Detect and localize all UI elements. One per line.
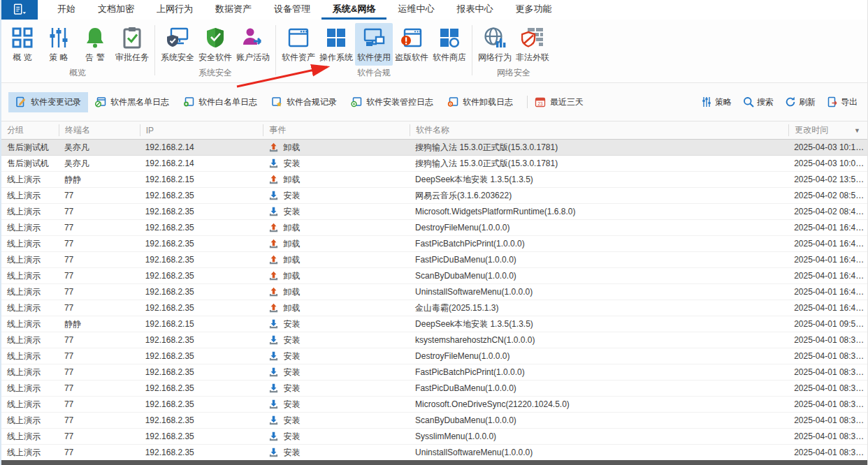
table-row[interactable]: 线上演示77192.168.2.35卸载UninstallSoftwareMen… (1, 284, 867, 300)
cell-terminal: 77 (59, 335, 140, 345)
table-row[interactable]: 线上演示77192.168.2.35卸载FastPicDuBaMenu(1.0.… (1, 252, 867, 268)
date-range-label: 最近三天 (550, 96, 584, 108)
cell-ip: 192.168.2.35 (140, 271, 263, 281)
app-menu-button[interactable] (1, 0, 38, 20)
table-row[interactable]: 线上演示77192.168.2.35卸载ScanByDubaMenu(1.0.0… (1, 268, 867, 284)
system-security-icon (166, 27, 189, 49)
cell-terminal: 77 (59, 383, 140, 393)
table-row[interactable]: 线上演示77192.168.2.35安装FastPicBatchPicPrint… (1, 364, 867, 381)
menu-item-2[interactable]: 上网行为 (145, 0, 204, 20)
menu-item-4[interactable]: 设备管理 (263, 0, 321, 20)
event-label: 安装 (283, 399, 300, 411)
cell-group: 售后测试机 (1, 158, 59, 170)
table-row[interactable]: 线上演示77192.168.2.35安装Microsoft.OneDriveSy… (1, 397, 867, 413)
menu-item-3[interactable]: 数据资产 (204, 0, 263, 20)
date-range-filter[interactable]: 23 最近三天 (535, 96, 584, 108)
menu-item-6[interactable]: 运维中心 (386, 0, 445, 20)
table-row[interactable]: 线上演示77192.168.2.35安装网易云音乐(3.1.6.203622)2… (1, 188, 867, 204)
table-row[interactable]: 线上演示77192.168.2.35卸载FastPicBatchPicPrint… (1, 236, 867, 252)
table-row[interactable]: 线上演示静静192.168.2.15卸载DeepSeek本地安装 1.3.5(1… (1, 172, 867, 188)
search-button[interactable]: 搜索 (743, 96, 774, 108)
ribbon-divider (154, 25, 155, 75)
cell-event: 卸载 (263, 142, 410, 154)
export-icon (827, 96, 838, 108)
table-row[interactable]: 线上演示77192.168.2.35安装FastPicDuBaMenu(1.0.… (1, 381, 867, 397)
ribbon-button-overview-grid[interactable]: 概 览 (4, 23, 41, 66)
cell-time: 2025-04-01 16:44:42 (788, 239, 867, 249)
column-header-label: 软件名称 (416, 124, 449, 136)
menu-item-7[interactable]: 报表中心 (445, 0, 504, 20)
table-row[interactable]: 线上演示77192.168.2.35安装UninstallSoftwareMen… (1, 445, 867, 461)
ribbon-button-policy-sliders[interactable]: 策 略 (41, 23, 77, 66)
menu-item-8[interactable]: 更多功能 (504, 0, 563, 20)
ribbon-button-software-usage-monitor[interactable]: 软件使用 (355, 23, 393, 66)
cell-ip: 192.168.2.15 (140, 319, 263, 329)
column-header-event[interactable]: 事件 (263, 124, 410, 136)
cell-group: 线上演示 (1, 334, 59, 346)
tab-uninstall-log[interactable]: 软件卸载日志 (440, 92, 520, 112)
ribbon-group-label: 软件合规 (280, 66, 468, 84)
event-label: 卸载 (283, 270, 300, 282)
tab-compliance-log[interactable]: 软件合规记录 (264, 92, 344, 112)
tab-whitelist-log[interactable]: 软件白名单日志 (176, 92, 264, 112)
menu-item-5[interactable]: 系统&网络 (321, 0, 386, 20)
cell-software: DestroyFileMenu(1.0.0.0) (410, 351, 788, 361)
cell-software: UninstallSoftwareMenu(1.0.0.0) (410, 448, 788, 457)
table-row[interactable]: 线上演示77192.168.2.35安装SysslimMenu(1.0.0.0)… (1, 429, 867, 445)
event-label: 安装 (283, 318, 300, 330)
cell-time: 2025-04-01 16:44:42 (788, 303, 867, 313)
cell-software: FastPicDuBaMenu(1.0.0.0) (410, 255, 788, 265)
sort-desc-icon[interactable]: ▼ (854, 127, 860, 134)
uninstall-arrow-icon (268, 287, 279, 297)
ribbon-button-pirated-software-warning[interactable]: 盗版软件 (393, 23, 431, 66)
software-assets-window-icon (287, 27, 310, 49)
tab-install-control-log[interactable]: 软件安装管控日志 (344, 92, 440, 112)
column-header-ip[interactable]: IP (140, 124, 263, 136)
ribbon-button-software-store-grid[interactable]: 软件商店 (431, 23, 468, 66)
cell-group: 线上演示 (1, 399, 59, 411)
table-row[interactable]: 售后测试机吴亦凡192.168.2.14卸载搜狗输入法 15.3.0正式版(15… (1, 140, 867, 156)
table-row[interactable]: 售后测试机吴亦凡192.168.2.14安装搜狗输入法 15.3.0正式版(15… (1, 156, 867, 172)
column-header-group[interactable]: 分组 (1, 124, 59, 136)
table-row[interactable]: 线上演示77192.168.2.35安装DestroyFileMenu(1.0.… (1, 348, 867, 364)
refresh-button[interactable]: 刷新 (785, 96, 816, 108)
table-row[interactable]: 线上演示静静192.168.2.15安装DeepSeek本地安装 1.3.5(1… (1, 316, 867, 332)
ribbon-divider (275, 25, 276, 75)
cell-group: 线上演示 (1, 270, 59, 282)
ribbon-button-security-shield[interactable]: 安全软件 (196, 23, 234, 66)
action-label: 刷新 (799, 96, 816, 108)
event-label: 安装 (283, 383, 300, 394)
column-header-time[interactable]: 更改时间▼ (788, 124, 867, 136)
ribbon-button-approval-clipboard[interactable]: 审批任务 (113, 23, 151, 66)
ribbon-button-software-assets-window[interactable]: 软件资产 (280, 23, 317, 66)
ribbon-button-label: 策 略 (49, 52, 68, 64)
tab-change-log[interactable]: 软件变更记录 (8, 92, 88, 112)
menu-item-1[interactable]: 文档加密 (87, 0, 145, 20)
cell-software: ksystemsharehostzhCN(1.0.0.0) (410, 335, 788, 345)
ribbon-button-system-security[interactable]: 系统安全 (159, 23, 196, 66)
cell-time: 2025-04-01 16:44:42 (788, 255, 867, 265)
export-button[interactable]: 导出 (827, 96, 858, 108)
approval-clipboard-icon (121, 27, 143, 49)
tab-blacklist-log[interactable]: 软件黑名单日志 (88, 92, 176, 112)
table-row[interactable]: 线上演示77192.168.2.35卸载金山毒霸(2025.15.1.3)202… (1, 300, 867, 316)
ribbon-button-operating-system-grid[interactable]: 操作系统 (317, 23, 355, 66)
menu-item-0[interactable]: 开始 (46, 0, 87, 20)
ribbon-button-alert-bell[interactable]: 告 警 (77, 23, 113, 66)
table-row[interactable]: 线上演示77192.168.2.35卸载DestroyFileMenu(1.0.… (1, 220, 867, 236)
table-row[interactable]: 线上演示77192.168.2.35安装Microsoft.WidgetsPla… (1, 204, 867, 220)
action-label: 策略 (715, 96, 732, 108)
cell-time: 2025-04-01 08:33:29 (788, 415, 867, 425)
cell-ip: 192.168.2.35 (140, 255, 263, 265)
ribbon-button-illegal-connection-shield[interactable]: 非法外联 (514, 23, 551, 66)
compliance-log-icon (271, 96, 282, 108)
table-row[interactable]: 线上演示77192.168.2.35安装ksystemsharehostzhCN… (1, 332, 867, 348)
table-row[interactable]: 线上演示77192.168.2.35安装ScanByDubaMenu(1.0.0… (1, 413, 867, 429)
column-header-software[interactable]: 软件名称 (410, 124, 788, 136)
install-arrow-icon (268, 158, 279, 169)
column-header-terminal[interactable]: 终端名 (59, 124, 140, 136)
ribbon-button-network-behavior-globe[interactable]: 网络行为 (476, 23, 514, 66)
calendar-icon: 23 (535, 96, 546, 108)
policy-small-button[interactable]: 策略 (701, 96, 732, 108)
ribbon-button-account-activity[interactable]: 账户活动 (234, 23, 272, 66)
